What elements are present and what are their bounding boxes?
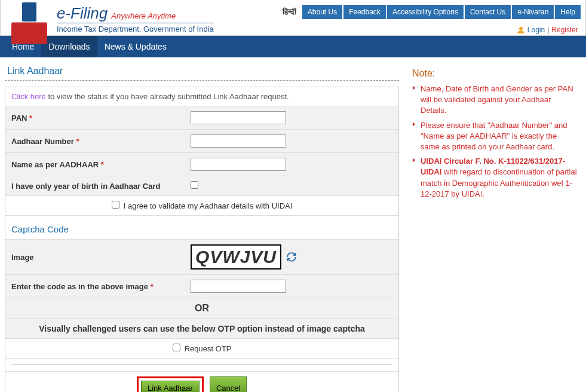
note-item: UIDAI Circular F. No. K-11022/631/2017-U… [412, 156, 578, 200]
refresh-icon[interactable] [286, 252, 297, 262]
hindi-link[interactable]: हिन्दी [278, 4, 301, 20]
topnav-help[interactable]: Help [555, 5, 581, 19]
notes-heading: Note: [412, 68, 578, 79]
highlight-box: Link Aadhaar [137, 376, 204, 392]
topnav-enivaran[interactable]: e-Nivaran [512, 5, 554, 19]
pan-label: PAN [11, 114, 27, 122]
user-icon [517, 26, 525, 34]
captcha-image-label: Image [11, 253, 34, 262]
topnav-contact[interactable]: Contact Us [465, 5, 511, 19]
captcha-heading: Captcha Code [5, 216, 398, 240]
brand-title: e-Filing [57, 4, 108, 23]
cancel-button[interactable]: Cancel [210, 376, 247, 392]
enter-code-label: Enter the code as in the above image [11, 282, 148, 291]
nav-news[interactable]: News & Updates [97, 36, 174, 57]
name-label: Name as per AADHAAR [11, 160, 99, 169]
top-header: e-Filing Anywhere Anytime Income Tax Dep… [0, 0, 586, 36]
aadhaar-label: Aadhaar Number [11, 137, 74, 146]
aadhaar-input[interactable] [191, 134, 286, 148]
topnav-accessibility[interactable]: Accessibility Options [387, 5, 464, 19]
request-otp-label: Request OTP [185, 344, 232, 353]
notes-sidebar: Note: Name, Date of Birth and Gender as … [409, 62, 581, 392]
nav-downloads[interactable]: Downloads [41, 36, 97, 57]
link-aadhaar-button[interactable]: Link Aadhaar [141, 381, 200, 392]
brand-subtitle: Income Tax Department, Government of Ind… [57, 23, 214, 33]
pan-input[interactable] [191, 111, 286, 124]
note-item: Name, Date of Birth and Gender as per PA… [412, 84, 578, 117]
govt-emblem-icon [5, 2, 53, 35]
page-title: Link Aadhaar [5, 62, 399, 81]
agree-checkbox[interactable] [112, 201, 119, 209]
divider [11, 365, 392, 365]
brand-tagline: Anywhere Anytime [111, 11, 176, 20]
captcha-input[interactable] [191, 280, 286, 293]
instruction-line: Click here to view the status if you hav… [5, 87, 398, 106]
agree-label: I agree to validate my Aadhaar details w… [124, 201, 293, 210]
captcha-image: QVWJVU [191, 244, 281, 270]
visually-challenged-note: Visually challenged users can use the be… [5, 319, 398, 339]
separator: | [547, 26, 549, 34]
svg-point-0 [519, 26, 523, 30]
topnav-about[interactable]: About Us [302, 5, 342, 19]
name-input[interactable] [191, 158, 286, 171]
main-navigation: Home Downloads News & Updates [0, 36, 586, 57]
note-item: Please ensure that "Aadhaar Number" and … [412, 120, 578, 153]
topnav-feedback[interactable]: Feedback [343, 5, 386, 19]
yob-label: I have only year of birth in Aadhaar Car… [11, 182, 160, 191]
request-otp-checkbox[interactable] [173, 344, 180, 351]
register-link[interactable]: Register [551, 26, 578, 34]
login-link[interactable]: Login [527, 26, 545, 34]
top-navigation: हिन्दी About Us Feedback Accessibility O… [278, 4, 581, 20]
login-register-row: Login | Register [517, 26, 581, 34]
yob-checkbox[interactable] [191, 181, 198, 189]
brand-area: e-Filing Anywhere Anytime Income Tax Dep… [5, 2, 214, 35]
or-separator: OR [5, 298, 398, 319]
click-here-link[interactable]: Click here [11, 92, 46, 101]
form-panel: Click here to view the status if you hav… [5, 87, 399, 392]
